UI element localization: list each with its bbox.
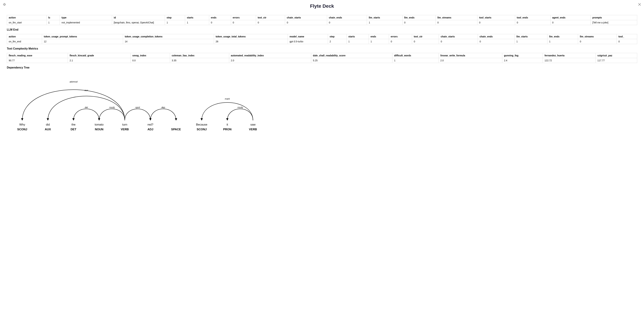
table-cell: 0 (327, 20, 367, 25)
column-header: type (60, 15, 112, 20)
table-cell: 1 (514, 39, 548, 44)
table-cell: 26 (214, 39, 288, 44)
table-cell: on_llm_end (7, 39, 42, 44)
content: actionlctypeidstepstartsendserrorstext_c… (0, 15, 644, 143)
column-header: llm_ends (547, 34, 578, 39)
table-cell: 0 (436, 20, 477, 25)
column-header: agent_ends (550, 15, 590, 20)
table-cell: 1 (367, 20, 402, 25)
column-header: chain_starts (439, 34, 478, 39)
column-header: llm_ends (402, 15, 436, 20)
column-header: coleman_liau_index (170, 53, 229, 58)
column-header: tool_ends (515, 15, 550, 20)
table-cell: 90.77 (7, 58, 68, 63)
column-header: automated_readability_index (229, 53, 311, 58)
collapse-icon[interactable] (2, 2, 6, 6)
table-cell: 0 (389, 39, 412, 44)
table-cell: not_implemented (60, 20, 112, 25)
column-header: errors (389, 34, 412, 39)
column-header: model_name (288, 34, 328, 39)
column-header: tool_starts (477, 15, 515, 20)
table-row: 90.772.10.03.352.05.2512.02.4122.72117.7… (7, 58, 637, 63)
table-cell: 1 (165, 20, 185, 25)
column-header: lc (46, 15, 60, 20)
text-complexity-table: flesch_reading_easeflesch_kincaid_grades… (7, 53, 637, 63)
dep-arc (74, 109, 99, 121)
dep-arrow-icon (47, 118, 49, 120)
dep-arrow-icon (98, 118, 100, 120)
column-header: llm_starts (367, 15, 402, 20)
dep-token-pos: VERB (249, 128, 257, 131)
column-header: id (112, 15, 165, 20)
table-cell: 1 (369, 39, 389, 44)
table-cell: 3.35 (170, 58, 229, 63)
dep-arc-label: nsubj (109, 106, 115, 109)
page-title: Flyte Deck (3, 1, 641, 14)
dep-arc-label: aux (84, 89, 88, 91)
table-cell: 0 (439, 39, 478, 44)
column-header: llm_starts (514, 34, 548, 39)
dep-arc (99, 109, 125, 121)
table-row: on_llm_end121426gpt-3.5-turbo21100001100 (7, 39, 637, 44)
close-button[interactable] (638, 2, 642, 6)
dep-arc-label: advmod (70, 80, 78, 83)
llm-end-heading: LLM End (7, 28, 637, 31)
dep-token-pos: AUX (45, 128, 51, 131)
dependency-tree: WhySCONJdidAUXtheDETtomatoNOUNturnVERBre… (7, 74, 637, 136)
dep-token-pos: SCONJ (197, 128, 207, 131)
arrows-in-icon (3, 3, 6, 6)
dep-token-pos: ADJ (148, 128, 153, 131)
dep-arrow-icon (72, 118, 74, 120)
column-header: llm_streams (578, 34, 617, 39)
dep-token-word: it (227, 123, 228, 126)
dep-token-word: did (46, 123, 50, 126)
table-cell: 2.1 (68, 58, 130, 63)
column-header: difficult_words (392, 53, 438, 58)
dep-token-pos: VERB (121, 128, 129, 131)
column-header: smog_index (130, 53, 170, 58)
close-icon (638, 3, 641, 6)
column-header: errors (231, 15, 256, 20)
dep-arc (150, 109, 176, 121)
table-cell: 0 (515, 20, 550, 25)
table-row: on_llm_start1not_implemented[langchain, … (7, 20, 637, 25)
column-header: token_usage_prompt_tokens (42, 34, 123, 39)
llm-end-table: actiontoken_usage_prompt_tokenstoken_usa… (7, 34, 637, 44)
table-cell: 0 (617, 39, 637, 44)
dep-arc (227, 109, 253, 121)
column-header: step (328, 34, 346, 39)
column-header: gunning_fog (502, 53, 543, 58)
dep-token-word: tomato (95, 123, 104, 126)
table-cell: 0 (402, 20, 436, 25)
dep-token-pos: NOUN (95, 128, 104, 131)
column-header: text_ctr (412, 34, 439, 39)
dep-arc-label: mark (225, 97, 230, 100)
column-header: action (7, 34, 42, 39)
dep-arrow-icon (175, 118, 177, 120)
column-header: prompts (590, 15, 637, 20)
dep-token-word: turn (122, 123, 127, 126)
table-cell: 0 (256, 20, 285, 25)
table-cell: 0.0 (130, 58, 170, 63)
column-header: chain_ends (327, 15, 367, 20)
dependency-tree-svg: WhySCONJdidAUXtheDETtomatoNOUNturnVERBre… (7, 74, 278, 136)
table-cell: on_llm_start (7, 20, 46, 25)
dep-token-word: saw (250, 123, 256, 126)
dep-arrow-icon (21, 118, 23, 120)
table-cell: 12 (42, 39, 123, 44)
dep-arc-label: det (85, 106, 88, 109)
dep-token-word: Why (19, 123, 25, 126)
column-header: fernandez_huerta (543, 53, 596, 58)
column-header: action (7, 15, 46, 20)
table-cell: 1 (392, 58, 438, 63)
dep-arrow-icon (201, 118, 203, 120)
column-header: flesch_kincaid_grade (68, 53, 130, 58)
table-cell: 0 (285, 20, 327, 25)
column-header: step (165, 15, 185, 20)
dep-token-pos: PRON (223, 128, 232, 131)
dep-arc (22, 90, 125, 120)
table-cell: 5.25 (311, 58, 392, 63)
table-cell: 0 (477, 20, 515, 25)
dep-token-pos: DET (70, 128, 76, 131)
column-header: starts (346, 34, 369, 39)
